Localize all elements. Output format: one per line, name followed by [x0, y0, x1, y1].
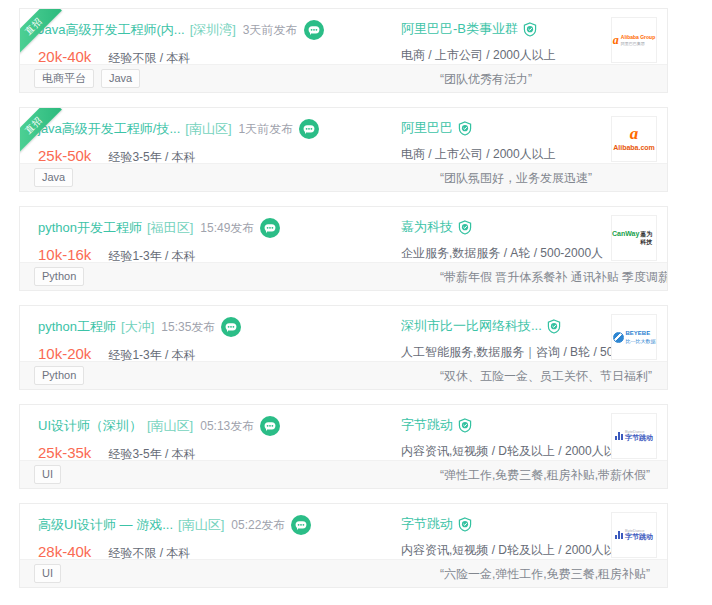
- verified-shield-icon: [458, 418, 472, 433]
- company-name-link[interactable]: 嘉为科技: [401, 218, 453, 236]
- job-card[interactable]: UI设计师（深圳） [南山区] 05:13发布: [19, 404, 668, 489]
- job-card-main: python工程师 [大冲] 15:35发布: [20, 306, 667, 363]
- company-logo: BEYEBE比一比大数据: [611, 314, 657, 360]
- verified-shield-icon: [523, 22, 537, 37]
- job-salary: 20k-40k: [38, 48, 91, 65]
- company-quote: “双休、五险一金、员工关怀、节日福利”: [440, 367, 652, 384]
- chat-bubble-icon[interactable]: [221, 317, 241, 337]
- job-card-footer: UI “弹性工作,免费三餐,租房补贴,带薪休假”: [20, 460, 667, 488]
- alibaba-logo-glyph: a: [630, 125, 639, 142]
- job-card-main: UI设计师（深圳） [南山区] 05:13发布: [20, 405, 667, 462]
- chat-bubble-icon[interactable]: [299, 119, 319, 139]
- job-card-footer: UI “六险一金,弹性工作,免费三餐,租房补贴”: [20, 559, 667, 587]
- job-tags: Java: [34, 168, 73, 187]
- job-salary: 10k-20k: [38, 345, 91, 362]
- job-tags: UI: [34, 564, 61, 583]
- verified-shield-icon: [458, 121, 472, 136]
- job-location: [大冲]: [121, 318, 154, 336]
- job-tag: UI: [34, 564, 61, 583]
- job-card[interactable]: python工程师 [大冲] 15:35发布: [19, 305, 668, 390]
- company-quote: “团队氛围好，业务发展迅速”: [440, 169, 592, 186]
- job-posted-time: 05:13发布: [200, 418, 254, 435]
- job-card-footer: 电商平台Java “团队优秀有活力”: [20, 64, 667, 92]
- job-title-link[interactable]: python开发工程师: [38, 219, 142, 237]
- company-logo: ByteDance字节跳动: [611, 512, 657, 558]
- chat-bubble-icon[interactable]: [304, 20, 324, 40]
- job-card-footer: Python “双休、五险一金、员工关怀、节日福利”: [20, 361, 667, 389]
- job-tag: Python: [34, 366, 84, 385]
- job-posted-time: 15:35发布: [161, 319, 215, 336]
- job-tags: Python: [34, 267, 84, 286]
- company-logo: aAlibaba.com: [611, 116, 657, 162]
- logo-text: Alibaba.com: [613, 144, 655, 153]
- company-quote: “团队优秀有活力”: [440, 70, 532, 87]
- chat-bubble-icon[interactable]: [260, 218, 280, 238]
- job-list: 直招 Java高级开发工程师(内... [深圳湾] 3天前发布: [19, 8, 668, 602]
- logo-text: 比一比大数据: [626, 338, 656, 344]
- verified-shield-icon: [458, 220, 472, 235]
- job-posted-time: 1天前发布: [239, 121, 294, 138]
- bytedance-logo-glyph: [615, 432, 623, 440]
- bytedance-logo-glyph: [615, 531, 623, 539]
- job-location: [福田区]: [147, 219, 193, 237]
- chat-bubble-icon[interactable]: [260, 416, 280, 436]
- job-location: [南山区]: [185, 120, 231, 138]
- job-salary: 10k-16k: [38, 246, 91, 263]
- logo-text: 字节跳动: [625, 434, 653, 443]
- company-info: 内容资讯,短视频 / D轮及以上 / 2000人以上: [401, 443, 628, 460]
- job-location: [深圳湾]: [190, 21, 236, 39]
- company-logo: aAlibaba Group阿里巴巴集团: [611, 17, 657, 63]
- job-card-main: Java高级开发工程师(内... [深圳湾] 3天前发布: [20, 9, 667, 66]
- job-card[interactable]: 直招 java高级开发工程师/技... [南山区] 1天前发布: [19, 107, 668, 192]
- job-card[interactable]: 高级UI设计师 — 游戏... [南山区] 05:22发布: [19, 503, 668, 588]
- job-card-main: java高级开发工程师/技... [南山区] 1天前发布: [20, 108, 667, 165]
- logo-text: 字节跳动: [625, 533, 653, 542]
- job-tags: Python: [34, 366, 84, 385]
- job-title-link[interactable]: UI设计师（深圳）: [38, 417, 142, 435]
- logo-text: 嘉为科技: [640, 231, 656, 246]
- company-info: 电商 / 上市公司 / 2000人以上: [401, 146, 556, 163]
- logo-text: 阿里巴巴集团: [621, 41, 655, 46]
- job-title-link[interactable]: python工程师: [38, 318, 116, 336]
- job-title-link[interactable]: java高级开发工程师/技...: [38, 120, 180, 138]
- company-info: 内容资讯,短视频 / D轮及以上 / 2000人以上: [401, 542, 628, 559]
- company-name-link[interactable]: 字节跳动: [401, 515, 453, 533]
- job-posted-time: 3天前发布: [243, 22, 298, 39]
- job-card-footer: Python “带薪年假 晋升体系餐补 通讯补贴 季度调薪”: [20, 262, 667, 290]
- company-name-link[interactable]: 深圳市比一比网络科技...: [401, 317, 542, 335]
- job-salary: 25k-35k: [38, 444, 91, 461]
- company-name-link[interactable]: 阿里巴巴: [401, 119, 453, 137]
- company-quote: “六险一金,弹性工作,免费三餐,租房补贴”: [440, 565, 650, 582]
- job-card-footer: Java “团队氛围好，业务发展迅速”: [20, 163, 667, 191]
- job-tag: UI: [34, 465, 61, 484]
- job-location: [南山区]: [178, 516, 224, 534]
- company-quote: “带薪年假 晋升体系餐补 通讯补贴 季度调薪”: [440, 268, 668, 285]
- chat-bubble-icon[interactable]: [291, 515, 311, 535]
- job-tag: Java: [101, 69, 140, 88]
- job-card[interactable]: 直招 Java高级开发工程师(内... [深圳湾] 3天前发布: [19, 8, 668, 93]
- company-quote: “弹性工作,免费三餐,租房补贴,带薪休假”: [440, 466, 650, 483]
- verified-shield-icon: [458, 517, 472, 532]
- logo-text: BEYEBE: [626, 330, 656, 338]
- logo-text: CanWay: [612, 230, 639, 239]
- beyebe-logo-glyph: [613, 332, 624, 343]
- job-title-link[interactable]: 高级UI设计师 — 游戏...: [38, 516, 173, 534]
- company-name-link[interactable]: 阿里巴巴-B类事业群: [401, 20, 518, 38]
- job-tag: Python: [34, 267, 84, 286]
- company-logo: CanWay嘉为科技: [611, 215, 657, 261]
- job-tag: 电商平台: [34, 69, 94, 88]
- alibaba-group-logo-glyph: a: [613, 34, 619, 46]
- company-info: 企业服务,数据服务 / A轮 / 500-2000人: [401, 245, 603, 262]
- job-salary: 28k-40k: [38, 543, 91, 560]
- job-card[interactable]: python开发工程师 [福田区] 15:49发布: [19, 206, 668, 291]
- job-tags: 电商平台Java: [34, 69, 140, 88]
- company-name-link[interactable]: 字节跳动: [401, 416, 453, 434]
- job-posted-time: 15:49发布: [200, 220, 254, 237]
- company-info: 电商 / 上市公司 / 2000人以上: [401, 47, 556, 64]
- job-card-main: 高级UI设计师 — 游戏... [南山区] 05:22发布: [20, 504, 667, 561]
- job-title-link[interactable]: Java高级开发工程师(内...: [38, 21, 185, 39]
- job-card-main: python开发工程师 [福田区] 15:49发布: [20, 207, 667, 264]
- job-tags: UI: [34, 465, 61, 484]
- job-location: [南山区]: [147, 417, 193, 435]
- job-posted-time: 05:22发布: [231, 517, 285, 534]
